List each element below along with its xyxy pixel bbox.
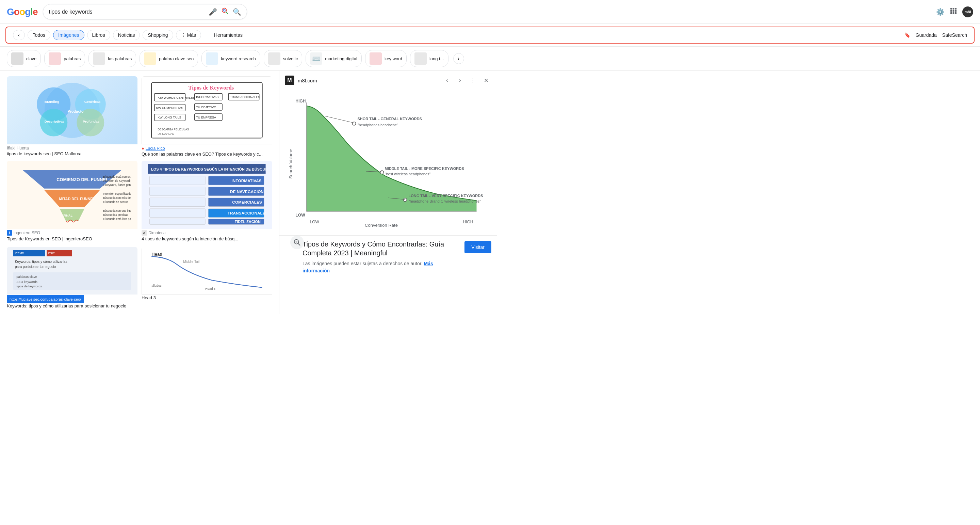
svg-text:SHOR TAIL - GENERAL KEYWORDS: SHOR TAIL - GENERAL KEYWORDS <box>358 117 422 121</box>
bottom-row: ICEMD ESIC Keywords: tipos y cómo utiliz… <box>7 247 272 308</box>
svg-text:"best wireless headphones": "best wireless headphones" <box>385 172 431 176</box>
svg-text:COMERCIALES: COMERCIALES <box>232 200 262 204</box>
keyword-chart: HIGH LOW Search Volume LOW HIGH Conversi… <box>285 96 492 228</box>
filter-area: ‹ Todos Imágenes Libros Noticias Shoppin… <box>0 24 980 47</box>
filter-todos-button[interactable]: Todos <box>27 30 50 40</box>
side-panel-favicon: M <box>285 76 294 85</box>
google-logo[interactable]: Google <box>7 6 37 18</box>
article-description: Las imágenes pueden estar sujetas a dere… <box>302 260 460 274</box>
svg-point-97 <box>353 122 356 125</box>
suggestions-next-button[interactable]: › <box>453 53 464 64</box>
svg-text:Búsquedas precisas: Búsquedas precisas <box>103 214 128 217</box>
svg-text:Búsqueda con una intención con: Búsqueda con una intención concreta <box>103 209 131 212</box>
svg-rect-66 <box>150 209 205 217</box>
svg-point-101 <box>380 171 384 174</box>
svg-text:Intención específica de búsque: Intención específica de búsqueda <box>103 192 131 195</box>
svg-text:Search Volume: Search Volume <box>288 149 293 179</box>
lens-search-button[interactable] <box>290 236 304 249</box>
image-card-1[interactable]: Branding Genéricas Descriptivas Profunda… <box>7 76 137 156</box>
svg-text:1 Keyword, frases genéricas...: 1 Keyword, frases genéricas... <box>103 184 131 187</box>
svg-text:LOS 4 TIPOS DE KEYWORDS SEGÚN : LOS 4 TIPOS DE KEYWORDS SEGÚN LA INTENCI… <box>151 167 266 171</box>
bottom-card2-title: Head 3 <box>142 295 272 300</box>
image-grid: Branding Genéricas Descriptivas Profunda… <box>7 76 272 241</box>
side-panel-close-button[interactable]: ✕ <box>480 75 492 86</box>
suggestion-label: palabras <box>64 56 81 61</box>
card3-title: Tipos de Keywords en SEO | ingenieroSEO <box>7 236 137 241</box>
tools-button[interactable]: Herramientas <box>209 30 247 40</box>
account-avatar[interactable]: m8l <box>962 6 973 18</box>
svg-text:TU OBJETIVO: TU OBJETIVO <box>196 105 216 109</box>
svg-rect-5 <box>955 8 956 10</box>
card1-source: Iñaki Huerta <box>7 146 137 150</box>
svg-line-2 <box>226 12 228 14</box>
suggestion-thumb-solvetic <box>268 53 280 65</box>
bottom-card-1[interactable]: ICEMD ESIC Keywords: tipos y cómo utiliz… <box>7 247 137 308</box>
suggestion-palabras[interactable]: palabras <box>44 50 85 67</box>
results-column: Branding Genéricas Descriptivas Profunda… <box>0 71 279 314</box>
svg-line-108 <box>298 243 300 246</box>
suggestion-solvetic[interactable]: solvetic <box>264 50 302 67</box>
svg-rect-3 <box>950 8 952 10</box>
search-bar: 🎤 🔍 <box>43 4 247 19</box>
lens-icon[interactable] <box>221 7 229 16</box>
suggestion-palabra-clave-seo[interactable]: palabra clave seo <box>140 50 198 67</box>
search-input[interactable] <box>49 9 205 15</box>
side-panel-domain: m8l.com <box>298 78 317 83</box>
filter-back-button[interactable]: ‹ <box>13 30 25 40</box>
article-title: Tipos de Keywords y Cómo Encontrarlas: G… <box>302 240 460 257</box>
svg-text:para posicionar tu negocio: para posicionar tu negocio <box>15 265 56 269</box>
svg-text:El usuario está listo para con: El usuario está listo para convertir <box>103 217 131 221</box>
suggestion-thumb-palabras <box>49 53 61 65</box>
settings-icon[interactable]: ⚙️ <box>936 8 945 16</box>
svg-text:DESCARGA PELÍCULAS: DESCARGA PELÍCULAS <box>158 128 189 131</box>
side-panel-nav: ‹ › ⋮ ✕ <box>442 75 492 86</box>
filter-noticias-button[interactable]: Noticias <box>113 30 140 40</box>
side-panel-prev-button[interactable]: ‹ <box>442 75 453 86</box>
svg-text:TRANSACCIONALES: TRANSACCIONALES <box>230 95 260 99</box>
suggestion-thumb-kw <box>369 53 382 65</box>
suggestion-thumb-pcs <box>144 53 156 65</box>
filter-libros-button[interactable]: Libros <box>87 30 110 40</box>
image-card-2[interactable]: Tipos de Keywords KEYWORDS CENTRALES KW … <box>142 76 272 156</box>
svg-text:Keywords: tipos y cómo utiliza: Keywords: tipos y cómo utilizarlas <box>15 260 67 263</box>
svg-text:MIDDLE TAIL - MORE SPECIFIC KE: MIDDLE TAIL - MORE SPECIFIC KEYWORDS <box>385 166 464 171</box>
suggestion-marketing-digital[interactable]: ⌨️ marketing digital <box>305 50 362 67</box>
bottom-thumb-2: Head Middle Tail allados Head 3 <box>142 247 272 295</box>
side-panel: M m8l.com ‹ › ⋮ ✕ HIGH LOW Search Volume… <box>279 71 497 314</box>
card3-source-name: ingeniero SEO <box>14 230 40 235</box>
suggestion-keyword[interactable]: key word <box>365 50 407 67</box>
side-panel-next-button[interactable]: › <box>455 75 466 86</box>
side-panel-more-button[interactable]: ⋮ <box>468 75 479 86</box>
saved-label[interactable]: Guardada <box>916 32 937 38</box>
apps-icon[interactable] <box>950 8 957 16</box>
suggestion-label: key word <box>385 56 402 61</box>
svg-rect-60 <box>150 187 205 195</box>
mic-icon[interactable]: 🎤 <box>208 8 217 16</box>
filter-mas-button[interactable]: ⋮ Más <box>176 30 201 40</box>
safesearch-label[interactable]: SafeSearch <box>942 32 967 38</box>
visit-button[interactable]: Visitar <box>465 241 492 253</box>
image-thumb-4: LOS 4 TIPOS DE KEYWORDS SEGÚN LA INTENCI… <box>142 161 272 229</box>
filter-shopping-button[interactable]: Shopping <box>143 30 173 40</box>
card2-title: Qué son las palabras clave en SEO? Tipos… <box>142 152 272 156</box>
header: Google 🎤 🔍 ⚙️ m8l <box>0 0 980 24</box>
filter-imagenes-button[interactable]: Imágenes <box>53 30 84 40</box>
suggestion-longtail[interactable]: long t... <box>410 50 449 67</box>
bottom-card-2[interactable]: Head Middle Tail allados Head 3 Head 3 <box>142 247 272 308</box>
suggestion-las-palabras[interactable]: las palabras <box>89 50 136 67</box>
suggestion-keyword-research[interactable]: keyword research <box>202 50 260 67</box>
svg-text:COMIENZO DEL FUNNEL: COMIENZO DEL FUNNEL <box>57 177 109 182</box>
svg-text:Conversion Rate: Conversion Rate <box>365 223 398 228</box>
svg-text:SEO keywords: SEO keywords <box>17 280 38 284</box>
search-icon[interactable]: 🔍 <box>233 8 241 16</box>
image-card-3[interactable]: COMIENZO DEL FUNNEL MITAD DEL FUNNEL FIN… <box>7 161 137 241</box>
svg-text:"headphones headache": "headphones headache" <box>358 123 398 127</box>
suggestion-thumb-kr <box>206 53 218 65</box>
svg-text:Producto: Producto <box>68 109 84 113</box>
bottom-url: https://luciayelseo.com/palabras-clave-s… <box>10 297 81 301</box>
svg-text:Middle Tail: Middle Tail <box>183 260 199 263</box>
image-card-4[interactable]: LOS 4 TIPOS DE KEYWORDS SEGÚN LA INTENCI… <box>142 161 272 241</box>
card3-source: i ingeniero SEO <box>7 230 137 236</box>
svg-rect-4 <box>953 8 955 10</box>
suggestion-clave[interactable]: clave <box>7 50 41 67</box>
